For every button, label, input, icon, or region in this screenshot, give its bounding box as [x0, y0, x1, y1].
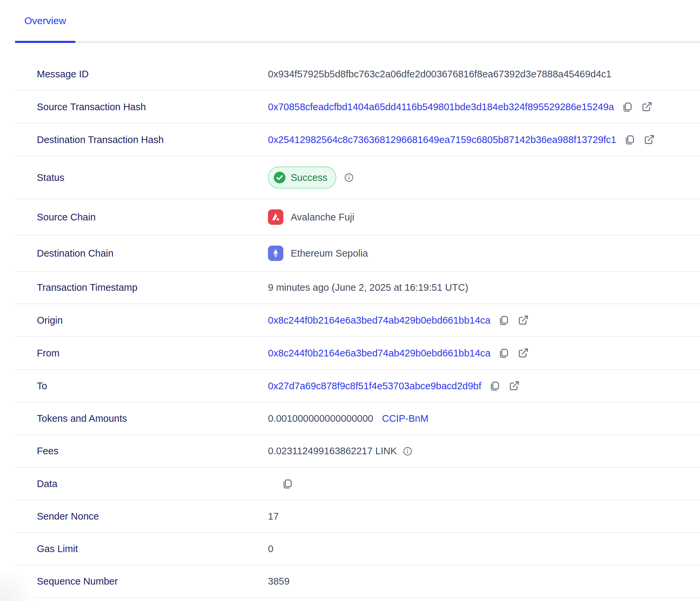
row-label-from: From [37, 347, 268, 359]
sender-nonce-value: 17 [268, 510, 279, 522]
table-row: Status Success [15, 156, 700, 199]
row-label-sequence-number: Sequence Number [37, 576, 268, 587]
external-link-icon[interactable] [641, 101, 653, 113]
avalanche-logo-icon [268, 209, 283, 225]
table-row: Fees 0.023112499163862217 LINK [15, 435, 700, 468]
status-badge: Success [268, 167, 336, 189]
row-label-destination-chain: Destination Chain [37, 248, 268, 259]
source-tx-hash-link[interactable]: 0x70858cfeadcfbd1404a65dd4116b549801bde3… [268, 101, 614, 113]
status-badge-label: Success [291, 172, 328, 183]
row-label-status: Status [37, 172, 268, 183]
row-label-timestamp: Transaction Timestamp [37, 282, 268, 294]
transaction-overview-panel: Overview Message ID 0x934f57925b5d8fbc76… [15, 0, 700, 598]
to-address-link[interactable]: 0x27d7a69c878f9c8f51f4e53703abce9bacd2d9… [268, 380, 481, 392]
row-label-to: To [37, 380, 268, 392]
source-chain-name: Avalanche Fuji [291, 211, 354, 223]
table-row: Message ID 0x934f57925b5d8fbc763c2a06dfe… [15, 58, 700, 91]
external-link-icon[interactable] [517, 347, 529, 359]
sequence-number-value: 3859 [268, 576, 290, 587]
gas-limit-value: 0 [268, 543, 273, 555]
row-label-source-chain: Source Chain [37, 211, 268, 223]
tab-overview-label: Overview [24, 15, 66, 26]
tab-bar: Overview [15, 0, 700, 43]
ethereum-logo-icon [268, 246, 283, 261]
row-label-data: Data [37, 478, 268, 490]
copy-icon[interactable] [624, 134, 636, 146]
table-row: Gas Limit 0 [15, 533, 700, 566]
table-row: Tokens and Amounts 0.001000000000000000 … [15, 403, 700, 435]
table-row: To 0x27d7a69c878f9c8f51f4e53703abce9bacd… [15, 370, 700, 403]
info-icon[interactable] [402, 446, 413, 457]
table-row: Destination Transaction Hash 0x254129825… [15, 124, 700, 156]
row-label-gas-limit: Gas Limit [37, 543, 268, 555]
table-row: Origin 0x8c244f0b2164e6a3bed74ab429b0ebd… [15, 304, 700, 337]
table-row: Source Transaction Hash 0x70858cfeadcfbd… [15, 91, 700, 124]
destination-tx-hash-link[interactable]: 0x25412982564c8c7363681296681649ea7159c6… [268, 134, 616, 146]
copy-icon[interactable] [489, 380, 501, 392]
row-label-tokens-amounts: Tokens and Amounts [37, 413, 268, 424]
info-icon[interactable] [344, 172, 354, 183]
table-row: Sequence Number 3859 [15, 566, 700, 598]
row-label-sender-nonce: Sender Nonce [37, 510, 268, 522]
destination-chain-name: Ethereum Sepolia [291, 248, 368, 259]
row-label-fees: Fees [37, 445, 268, 457]
external-link-icon[interactable] [517, 314, 529, 326]
row-label-destination-tx-hash: Destination Transaction Hash [37, 134, 268, 146]
fees-value: 0.023112499163862217 LINK [268, 445, 397, 457]
table-row: From 0x8c244f0b2164e6a3bed74ab429b0ebd66… [15, 337, 700, 370]
copy-icon[interactable] [621, 101, 633, 113]
token-amount-value: 0.001000000000000000 [268, 413, 373, 424]
table-row: Transaction Timestamp 9 minutes ago (Jun… [15, 272, 700, 304]
tab-overview[interactable]: Overview [15, 0, 75, 42]
message-id-value: 0x934f57925b5d8fbc763c2a06dfe2d003676816… [268, 68, 611, 80]
copy-icon[interactable] [281, 478, 293, 490]
origin-address-link[interactable]: 0x8c244f0b2164e6a3bed74ab429b0ebd661bb14… [268, 315, 490, 326]
from-address-link[interactable]: 0x8c244f0b2164e6a3bed74ab429b0ebd661bb14… [268, 347, 490, 359]
external-link-icon[interactable] [508, 380, 520, 392]
table-row: Destination Chain Ethereum Sepolia [15, 235, 700, 272]
row-label-source-tx-hash: Source Transaction Hash [37, 101, 268, 113]
row-label-message-id: Message ID [37, 68, 268, 80]
row-label-origin: Origin [37, 315, 268, 326]
table-row: Sender Nonce 17 [15, 501, 700, 533]
timestamp-value: 9 minutes ago (June 2, 2025 at 16:19:51 … [268, 282, 468, 294]
table-row: Source Chain Avalanche Fuji [15, 199, 700, 235]
check-circle-icon [273, 171, 286, 184]
token-name-link[interactable]: CCIP-BnM [382, 413, 429, 424]
table-row: Data [15, 468, 700, 501]
external-link-icon[interactable] [643, 134, 655, 146]
copy-icon[interactable] [498, 314, 510, 326]
transaction-details-table: Message ID 0x934f57925b5d8fbc763c2a06dfe… [15, 58, 700, 598]
copy-icon[interactable] [498, 347, 510, 359]
